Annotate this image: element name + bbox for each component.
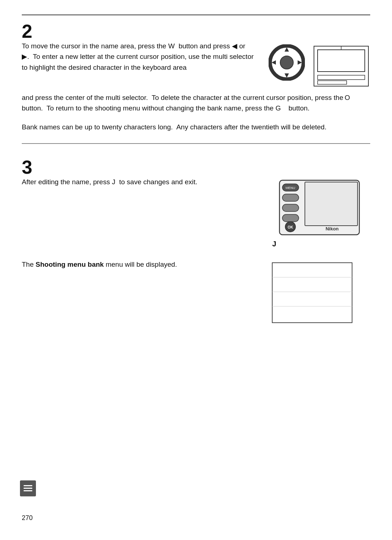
page-container: 2 To move the cursor in the name area, p… (0, 0, 392, 540)
section-divider (22, 143, 370, 144)
section2-bank-names-text: Bank names can be up to twenty character… (22, 122, 370, 132)
svg-rect-17 (282, 204, 299, 211)
section-number-2: 2 (22, 22, 44, 41)
shooting-menu-bank-bold: Shooting menu bank (36, 261, 104, 268)
section-3: 3 After editing the name, press J to sav… (22, 151, 370, 326)
svg-marker-5 (298, 60, 302, 65)
page-number: 270 (22, 514, 33, 522)
dial-and-screen (269, 44, 370, 88)
menu-screen-svg (269, 259, 356, 325)
svg-rect-18 (282, 214, 299, 222)
svg-rect-16 (282, 194, 299, 201)
menu-list-icon (23, 483, 33, 494)
svg-rect-6 (314, 46, 368, 86)
section3-bottom-text: The Shooting menu bank menu will be disp… (22, 259, 269, 270)
section2-image (269, 41, 370, 88)
svg-marker-3 (285, 73, 289, 78)
svg-text:Nikon: Nikon (326, 226, 339, 231)
section3-save-text: After editing the name, press J to save … (22, 177, 269, 187)
svg-rect-12 (305, 182, 358, 226)
section3-camera-image: Nikon MENU OK J (269, 177, 370, 248)
svg-rect-7 (318, 50, 365, 72)
svg-rect-25 (24, 485, 32, 486)
multi-selector-dial (269, 44, 305, 81)
svg-marker-4 (271, 60, 276, 65)
svg-rect-8 (318, 75, 365, 80)
j-label: J (272, 240, 276, 248)
svg-text:OK: OK (288, 225, 294, 229)
section2-text: To move the cursor in the name area, pre… (22, 41, 261, 73)
svg-rect-27 (24, 490, 32, 491)
section-number-3: 3 (22, 158, 44, 177)
svg-rect-9 (318, 81, 347, 84)
lcd-screen-illustration (312, 44, 370, 88)
svg-rect-21 (272, 263, 352, 323)
section3-bottom: The Shooting menu bank menu will be disp… (22, 259, 370, 326)
section2-content: To move the cursor in the name area, pre… (22, 41, 370, 88)
svg-rect-26 (24, 488, 32, 489)
section3-content: After editing the name, press J to save … (22, 177, 370, 248)
menu-icon (20, 480, 36, 496)
nikon-camera-svg: Nikon MENU OK (276, 177, 363, 238)
svg-text:MENU: MENU (286, 186, 295, 190)
svg-marker-2 (285, 47, 289, 52)
section-2: 2 To move the cursor in the name area, p… (22, 15, 370, 132)
section2-full-text: and press the center of the multi select… (22, 92, 370, 114)
section3-menu-image (269, 259, 370, 326)
svg-point-1 (280, 56, 293, 69)
